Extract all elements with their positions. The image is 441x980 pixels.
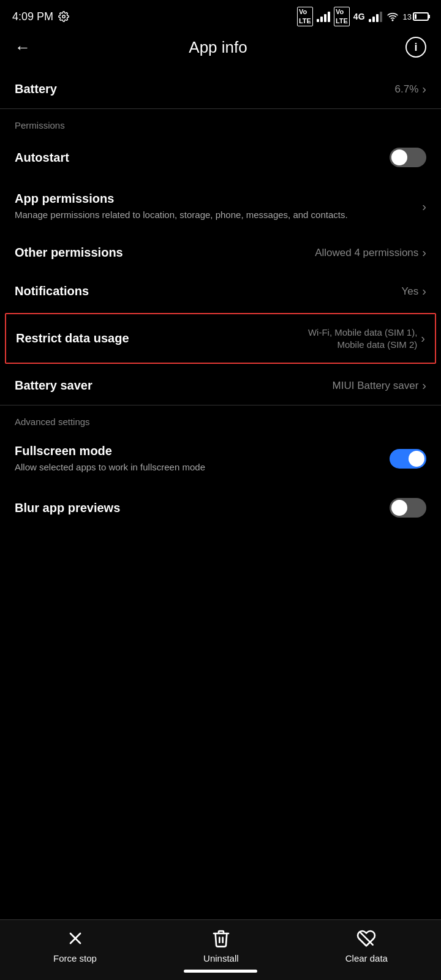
- other-permissions-value: Allowed 4 permissions ›: [315, 246, 426, 260]
- settings-gear-icon: [58, 11, 69, 22]
- battery-item[interactable]: Battery 6.7% ›: [0, 70, 441, 108]
- notifications-value: Yes ›: [402, 284, 426, 298]
- restrict-data-value: Wi-Fi, Mobile data (SIM 1), Mobile data …: [295, 326, 425, 350]
- battery-icon: [413, 12, 429, 21]
- blur-previews-toggle[interactable]: [390, 498, 426, 518]
- fullscreen-mode-toggle[interactable]: [390, 449, 426, 469]
- fullscreen-mode-item[interactable]: Fullscreen mode Allow selected apps to w…: [0, 432, 441, 486]
- app-permissions-title: App permissions: [15, 192, 415, 206]
- bottom-actions: Force stop Uninstall: [0, 927, 441, 963]
- clear-data-icon: [355, 927, 377, 949]
- battery-saver-item[interactable]: Battery saver MIUI Battery saver ›: [0, 366, 441, 405]
- signal1-bars: [317, 12, 330, 22]
- status-bar: 4:09 PM VoLTE VoLTE 4G: [0, 0, 441, 31]
- wifi-icon: [386, 11, 399, 22]
- battery-saver-chevron: ›: [422, 379, 426, 393]
- notifications-item[interactable]: Notifications Yes ›: [0, 272, 441, 311]
- volte1-icon: VoLTE: [297, 7, 313, 27]
- notifications-chevron: ›: [422, 284, 426, 298]
- restrict-data-title: Restrict data usage: [16, 331, 287, 345]
- autostart-toggle[interactable]: [390, 148, 426, 167]
- blur-previews-item[interactable]: Blur app previews: [0, 486, 441, 530]
- clear-data-label: Clear data: [345, 953, 388, 963]
- fullscreen-mode-title: Fullscreen mode: [15, 444, 390, 458]
- battery-title: Battery: [15, 82, 388, 96]
- battery-chevron: ›: [422, 82, 426, 96]
- autostart-toggle-knob: [391, 149, 407, 165]
- battery-saver-title: Battery saver: [15, 379, 325, 393]
- autostart-title: Autostart: [15, 151, 390, 165]
- status-left: 4:09 PM: [12, 10, 69, 23]
- restrict-data-chevron: ›: [421, 331, 425, 345]
- permissions-label: Permissions: [0, 109, 441, 135]
- autostart-item[interactable]: Autostart: [0, 135, 441, 179]
- app-permissions-item[interactable]: App permissions Manage permissions relat…: [0, 179, 441, 233]
- 4g-icon: 4G: [353, 12, 365, 21]
- blur-previews-toggle-knob: [391, 500, 407, 516]
- home-indicator: [184, 970, 257, 973]
- bottom-bar: Force stop Uninstall: [0, 919, 441, 980]
- other-permissions-title: Other permissions: [15, 246, 307, 260]
- battery-status: 13: [403, 12, 429, 21]
- status-right: VoLTE VoLTE 4G 13: [297, 7, 429, 27]
- svg-point-1: [392, 20, 393, 21]
- signal2-bars: [369, 12, 382, 22]
- fullscreen-mode-subtitle: Allow selected apps to work in fullscree…: [15, 461, 390, 473]
- page-title: App info: [189, 38, 247, 57]
- header: ← App info i: [0, 31, 441, 70]
- fullscreen-mode-toggle-knob: [409, 451, 424, 467]
- uninstall-button[interactable]: Uninstall: [203, 927, 239, 963]
- other-permissions-item[interactable]: Other permissions Allowed 4 permissions …: [0, 233, 441, 272]
- other-permissions-chevron: ›: [422, 246, 426, 260]
- notifications-title: Notifications: [15, 284, 394, 298]
- force-stop-label: Force stop: [53, 953, 97, 963]
- battery-saver-value: MIUI Battery saver ›: [333, 379, 426, 393]
- force-stop-icon: [64, 927, 86, 949]
- force-stop-button[interactable]: Force stop: [53, 927, 97, 963]
- blur-previews-title: Blur app previews: [15, 501, 390, 515]
- time: 4:09 PM: [12, 10, 53, 23]
- battery-value: 6.7% ›: [395, 82, 426, 96]
- back-button[interactable]: ←: [15, 38, 31, 57]
- app-permissions-subtitle: Manage permissions related to location, …: [15, 208, 415, 221]
- uninstall-label: Uninstall: [203, 953, 239, 963]
- battery-number: 13: [403, 12, 412, 21]
- restrict-data-item[interactable]: Restrict data usage Wi-Fi, Mobile data (…: [5, 313, 436, 364]
- advanced-settings-label: Advanced settings: [0, 405, 441, 432]
- uninstall-icon: [210, 927, 232, 949]
- volte2-icon: VoLTE: [334, 7, 350, 27]
- info-button[interactable]: i: [405, 37, 426, 58]
- clear-data-button[interactable]: Clear data: [345, 927, 388, 963]
- app-permissions-chevron: ›: [422, 200, 426, 214]
- svg-point-0: [62, 15, 66, 18]
